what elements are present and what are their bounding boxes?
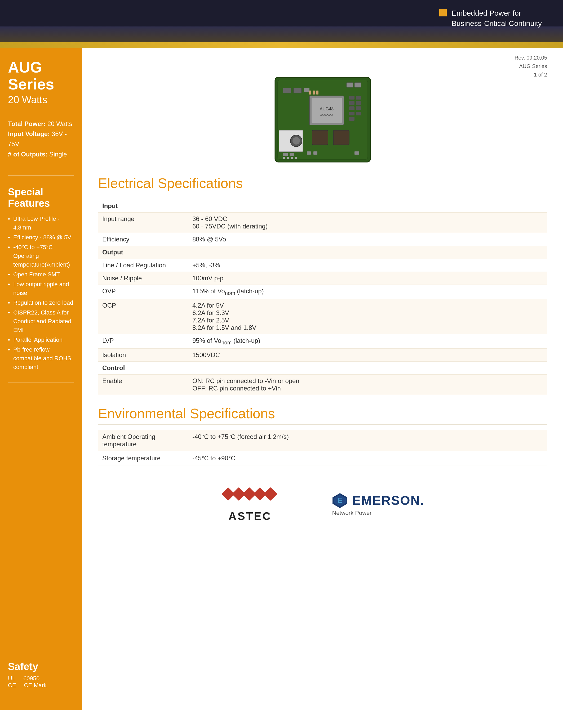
svg-rect-35	[313, 91, 315, 95]
enable-label: Enable	[98, 374, 188, 395]
astec-diamonds-svg	[221, 487, 279, 508]
svg-text:E: E	[338, 496, 343, 504]
svg-rect-10	[347, 83, 353, 87]
ovp-label: OVP	[98, 285, 188, 299]
svg-rect-22	[333, 130, 349, 145]
svg-rect-27	[355, 151, 359, 155]
storage-temp-label: Storage temperature	[98, 451, 188, 465]
feature-item: Open Frame SMT	[8, 270, 74, 279]
astec-diamonds	[221, 487, 279, 508]
feature-item: Regulation to zero load	[8, 298, 74, 307]
main-layout: AUG Series 20 Watts Total Power: 20 Watt…	[0, 48, 563, 710]
emerson-icon-svg: E	[332, 493, 348, 509]
feature-item: Pb-free reflow compatible and ROHS compl…	[8, 345, 74, 371]
lvp-value: 95% of Vonom (latch-up)	[188, 334, 547, 348]
feature-item: -40°C to +75°C Operating temperature(Amb…	[8, 243, 74, 269]
ocp-row: OCP 4.2A for 5V 6.2A for 3.3V 7.2A for 2…	[98, 299, 547, 334]
environmental-specs-table: Ambient Operating temperature -40°C to +…	[98, 430, 547, 465]
svg-rect-18	[349, 112, 355, 115]
line-load-label: Line / Load Regulation	[98, 259, 188, 272]
svg-rect-21	[312, 130, 328, 145]
svg-rect-23	[283, 153, 288, 156]
noise-ripple-value: 100mV p-p	[188, 272, 547, 285]
pcb-image: AUG48 xxxxxxxx	[270, 75, 376, 165]
ambient-temp-row: Ambient Operating temperature -40°C to +…	[98, 430, 547, 451]
header-accent-bar	[0, 42, 563, 48]
lvp-label: LVP	[98, 334, 188, 348]
sidebar-safety-ce: CE CE Mark	[8, 682, 47, 689]
svg-point-33	[293, 137, 300, 145]
electrical-specs-section: Electrical Specifications Input Input ra…	[98, 175, 547, 395]
svg-rect-20	[349, 117, 355, 121]
enable-value: ON: RC pin connected to -Vin or open OFF…	[188, 374, 547, 395]
header-tagline: Embedded Power for Business-Critical Con…	[439, 8, 542, 29]
svg-rect-7	[283, 88, 291, 93]
line-load-value: +5%, -3%	[188, 259, 547, 272]
environmental-specs-title: Environmental Specifications	[98, 406, 547, 425]
efficiency-value: 88% @ 5Vo	[188, 233, 547, 246]
rev-info: Rev. 09.20.05 AUG Series 1 of 2	[515, 53, 547, 79]
efficiency-label: Efficiency	[98, 233, 188, 246]
svg-rect-17	[356, 106, 361, 110]
ocp-label: OCP	[98, 299, 188, 334]
svg-rect-13	[356, 96, 361, 100]
control-header-row: Control	[98, 361, 547, 374]
sidebar-specs: Total Power: 20 Watts Input Voltage: 36V…	[8, 119, 74, 160]
feature-item: Low output ripple and noise	[8, 280, 74, 297]
sidebar-safety-ul: UL 60950	[8, 675, 47, 682]
electrical-specs-table: Input Input range 36 - 60 VDC 60 - 75VDC…	[98, 200, 547, 395]
sidebar-series-title: AUG Series	[8, 59, 74, 93]
sidebar-input-voltage: Input Voltage: 36V - 75V	[8, 129, 74, 149]
ocp-value: 4.2A for 5V 6.2A for 3.3V 7.2A for 2.5V …	[188, 299, 547, 334]
sidebar-divider-1	[8, 175, 74, 176]
svg-rect-14	[349, 101, 355, 105]
isolation-label: Isolation	[98, 348, 188, 361]
input-range-label: Input range	[98, 213, 188, 233]
feature-item: Ultra Low Profile - 4.8mm	[8, 214, 74, 232]
svg-rect-25	[307, 151, 311, 155]
astec-text: ASTEC	[228, 510, 271, 523]
header-accent-square	[439, 9, 447, 16]
storage-temp-row: Storage temperature -45°C to +90°C	[98, 451, 547, 465]
svg-text:AUG48: AUG48	[320, 107, 334, 111]
ovp-value: 115% of Vonom (latch-up)	[188, 285, 547, 299]
svg-rect-26	[314, 151, 318, 155]
svg-rect-15	[356, 101, 361, 105]
sidebar-features-list: Ultra Low Profile - 4.8mm Efficiency - 8…	[8, 214, 74, 371]
feature-item: CISPR22, Class A for Conduct and Radiate…	[8, 308, 74, 334]
efficiency-row: Efficiency 88% @ 5Vo	[98, 233, 547, 246]
product-image-container: AUG48 xxxxxxxx	[98, 75, 547, 165]
noise-ripple-label: Noise / Ripple	[98, 272, 188, 285]
footer-logos: ASTEC E EMERSON. Network Power	[98, 487, 547, 538]
sidebar-outputs: # of Outputs: Single	[8, 149, 74, 159]
sidebar-safety: Safety UL 60950 CE CE Mark	[8, 661, 47, 689]
storage-temp-value: -45°C to +90°C	[188, 451, 547, 465]
environmental-specs-section: Environmental Specifications Ambient Ope…	[98, 406, 547, 465]
ambient-temp-label: Ambient Operating temperature	[98, 430, 188, 451]
enable-row: Enable ON: RC pin connected to -Vin or o…	[98, 374, 547, 395]
svg-rect-9	[304, 88, 310, 92]
svg-rect-36	[316, 91, 319, 95]
emerson-top: E EMERSON.	[332, 493, 424, 509]
sidebar-divider-2	[8, 382, 74, 383]
sidebar: AUG Series 20 Watts Total Power: 20 Watt…	[0, 48, 82, 710]
sidebar-special-features-title: Special Features	[8, 186, 74, 209]
svg-rect-12	[349, 96, 355, 100]
input-range-row: Input range 36 - 60 VDC 60 - 75VDC (with…	[98, 213, 547, 233]
astec-logo: ASTEC	[221, 487, 279, 523]
emerson-logo: E EMERSON. Network Power	[332, 493, 424, 516]
svg-rect-24	[290, 153, 295, 156]
noise-ripple-row: Noise / Ripple 100mV p-p	[98, 272, 547, 285]
feature-item: Parallel Application	[8, 335, 74, 344]
lvp-row: LVP 95% of Vonom (latch-up)	[98, 334, 547, 348]
svg-rect-19	[356, 112, 361, 115]
svg-rect-30	[291, 157, 293, 159]
svg-rect-11	[355, 83, 361, 87]
sidebar-total-power: Total Power: 20 Watts	[8, 119, 74, 129]
svg-rect-34	[309, 91, 311, 95]
control-header: Control	[98, 361, 547, 374]
emerson-name: EMERSON.	[352, 493, 424, 508]
ambient-temp-value: -40°C to +75°C (forced air 1.2m/s)	[188, 430, 547, 451]
isolation-row: Isolation 1500VDC	[98, 348, 547, 361]
emerson-subtitle: Network Power	[332, 510, 372, 516]
